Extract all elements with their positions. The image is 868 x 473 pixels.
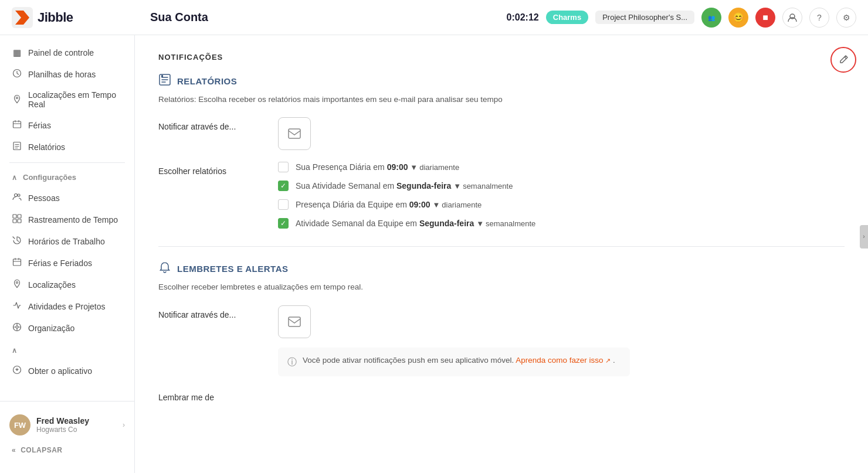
- report-frequency-dropdown[interactable]: ▼ diariamente: [410, 163, 459, 172]
- logo-icon: [12, 7, 33, 28]
- report-frequency-dropdown-2[interactable]: ▼ semanalmente: [453, 182, 513, 190]
- user-avatar: FW: [9, 414, 30, 435]
- choose-reports-label: Escolher relatórios: [158, 162, 264, 176]
- report-text-weekly-activity: Sua Atividade Semanal em Segunda-feira ▼…: [296, 181, 513, 190]
- sidebar-item-timesheets[interactable]: Planilhas de horas: [0, 63, 134, 85]
- user-profile[interactable]: FW Fred Weasley Hogwarts Co ›: [0, 409, 134, 441]
- avatar-yellow[interactable]: 😊: [728, 8, 748, 28]
- reminders-notify-row: Notificar através de... ⓘ Você pode ativ…: [158, 305, 845, 376]
- settings-icon-btn[interactable]: ⚙: [836, 8, 856, 28]
- config-section-header[interactable]: ∧ Configurações: [0, 168, 134, 187]
- report-item-weekly-activity: ✓ Sua Atividade Semanal em Segunda-feira…: [278, 181, 845, 191]
- dropdown-arrow-3: ▼: [432, 200, 440, 209]
- report-text-team-daily: Presença Diária da Equipe em 09:00 ▼ dia…: [296, 200, 482, 209]
- sidebar-item-activities[interactable]: Atividades e Projetos: [0, 295, 134, 317]
- report-checkbox-team-daily[interactable]: [278, 199, 289, 210]
- chevron-right-icon: ›: [123, 421, 125, 429]
- report-frequency-dropdown-3[interactable]: ▼ diariamente: [432, 200, 482, 209]
- charms-badge[interactable]: Charms: [546, 11, 588, 24]
- email-channel-button[interactable]: [278, 117, 311, 150]
- push-info-text: Você pode ativar notificações push em se…: [303, 355, 615, 366]
- report-checkbox-daily-presence[interactable]: [278, 162, 289, 172]
- dropdown-arrow-4: ▼: [476, 219, 484, 228]
- sidebar-item-work-hours[interactable]: Horários de Trabalho: [0, 230, 134, 252]
- logo-area: Jibble: [12, 7, 141, 28]
- svg-rect-22: [289, 129, 300, 138]
- sidebar-item-people[interactable]: Pessoas: [0, 187, 134, 209]
- report-checkbox-team-weekly[interactable]: ✓: [278, 218, 289, 229]
- reminders-section-header: LEMBRETES E ALERTAS: [158, 261, 845, 277]
- reminders-section: LEMBRETES E ALERTAS Escolher receber lem…: [158, 261, 845, 401]
- reports-icon: [12, 141, 22, 152]
- learn-how-link[interactable]: Aprenda como fazer isso ↗: [516, 356, 613, 365]
- header-right: 0:02:12 Charms Project Philosopher's S..…: [507, 8, 856, 28]
- report-checkbox-weekly-activity[interactable]: ✓: [278, 181, 289, 191]
- user-icon-btn[interactable]: [782, 8, 802, 28]
- page-title: Sua Conta: [150, 11, 497, 24]
- sidebar-item-dashboard[interactable]: ▦ Painel de controle: [0, 42, 134, 63]
- sidebar-item-label: Localizações em Tempo Real: [28, 90, 123, 109]
- sidebar-divider: [9, 162, 125, 163]
- collapse-icon: «: [12, 446, 16, 454]
- vacation-icon: [12, 120, 22, 131]
- reports-description: Relatórios: Escolha receber os relatório…: [158, 94, 845, 106]
- edit-button[interactable]: [830, 47, 856, 73]
- info-icon: ⓘ: [287, 355, 297, 369]
- svg-point-18: [16, 326, 18, 328]
- avatar-green[interactable]: 👥: [701, 8, 721, 28]
- reports-section: RELATÓRIOS Relatórios: Escolha receber o…: [158, 73, 845, 229]
- report-frequency-dropdown-4[interactable]: ▼ semanalmente: [476, 219, 535, 228]
- push-notification-info: ⓘ Você pode ativar notificações push em …: [278, 348, 630, 376]
- sidebar-section-second-header[interactable]: ∧: [0, 341, 134, 360]
- main-layout: ▦ Painel de controle Planilhas de horas …: [0, 35, 868, 473]
- sidebar-item-label: Painel de controle: [28, 48, 94, 57]
- chevron-up2-icon: ∧: [12, 346, 17, 355]
- gear-icon: ⚙: [843, 13, 850, 22]
- reports-notify-row: Notificar através de...: [158, 117, 845, 150]
- remind-me-row: Lembrar me de: [158, 388, 845, 402]
- dropdown-arrow-2: ▼: [453, 182, 461, 190]
- right-edge-handle[interactable]: ›: [860, 225, 868, 249]
- report-text-team-weekly: Atividade Semanal da Equipe em Segunda-f…: [296, 219, 535, 228]
- sidebar-item-holidays[interactable]: Férias e Feriados: [0, 252, 134, 274]
- reports-notify-label: Notificar através de...: [158, 117, 264, 131]
- reminders-email-channel-button[interactable]: [278, 305, 311, 338]
- bell-icon: [158, 261, 171, 277]
- email-icon: [287, 127, 301, 141]
- sidebar-item-organization[interactable]: Organização: [0, 317, 134, 339]
- clock-icon: [12, 69, 22, 80]
- sidebar-item-label: Organização: [28, 324, 74, 333]
- avatar-red[interactable]: ■: [755, 8, 775, 28]
- sidebar-item-label: Relatórios: [28, 142, 65, 152]
- sidebar-item-realtime[interactable]: Localizações em Tempo Real: [0, 85, 134, 114]
- user-name: Fred Weasley: [36, 416, 117, 426]
- sidebar-item-get-app[interactable]: Obter o aplicativo: [0, 360, 134, 382]
- sidebar-item-locations[interactable]: Localizações: [0, 274, 134, 295]
- email-icon-2: [287, 315, 301, 329]
- time-tracking-icon: [12, 214, 22, 225]
- header: Jibble Sua Conta 0:02:12 Charms Project …: [0, 0, 868, 35]
- project-badge[interactable]: Project Philosopher's S...: [595, 11, 694, 24]
- sidebar-item-label: Planilhas de horas: [28, 70, 96, 79]
- help-icon-btn[interactable]: ?: [809, 8, 829, 28]
- content-inner: NOTIFICAÇÕES RELATÓRIOS Relatórios: Esco…: [135, 35, 868, 473]
- user-company: Hogwarts Co: [36, 426, 117, 434]
- collapse-button[interactable]: « COLAPSAR: [0, 441, 134, 459]
- reminders-section-title: LEMBRETES E ALERTAS: [177, 264, 289, 274]
- sidebar-item-label: Rastreamento de Tempo: [28, 215, 118, 224]
- reminders-notify-label: Notificar através de...: [158, 305, 264, 319]
- sidebar-item-reports[interactable]: Relatórios: [0, 136, 134, 158]
- remind-me-label: Lembrar me de: [158, 388, 264, 402]
- report-text-daily-presence: Sua Presença Diária em 09:00 ▼ diariamen…: [296, 162, 459, 172]
- sidebar-item-label: Férias: [28, 121, 51, 130]
- svg-rect-21: [161, 75, 163, 77]
- svg-rect-23: [289, 317, 300, 326]
- sidebar-item-label: Férias e Feriados: [28, 258, 92, 268]
- chevron-right-edge-icon: ›: [863, 233, 864, 240]
- sidebar-item-vacation[interactable]: Férias: [0, 114, 134, 136]
- sidebar-item-time-tracking[interactable]: Rastreamento de Tempo: [0, 209, 134, 230]
- info-suffix: .: [613, 356, 615, 365]
- reports-section-title: RELATÓRIOS: [177, 76, 237, 86]
- user-info: Fred Weasley Hogwarts Co: [36, 416, 117, 434]
- svg-rect-12: [18, 215, 21, 218]
